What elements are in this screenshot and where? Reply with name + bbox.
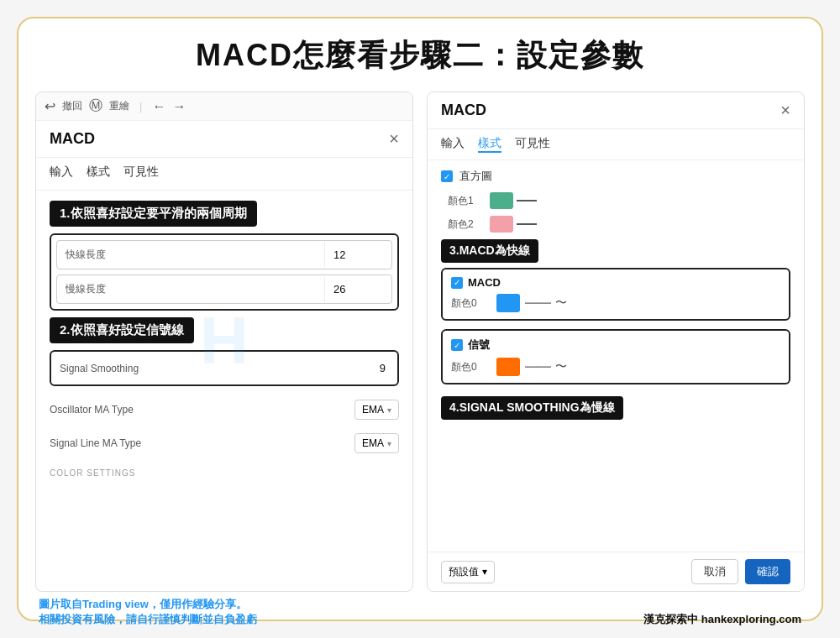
preset-select[interactable]: 預設值 ▾ — [441, 561, 495, 583]
right-panel-footer: 預設值 ▾ 取消 確認 — [428, 552, 804, 591]
footer-buttons: 取消 確認 — [691, 559, 790, 584]
signal-smoothing-value[interactable]: 9 — [373, 357, 392, 379]
slow-line-label: 慢線長度 — [57, 275, 324, 303]
right-panel: MACD × 輸入 樣式 可見性 ✓ 直方圖 顏色1 — [427, 92, 805, 592]
left-tab-input[interactable]: 輸入 — [50, 165, 73, 183]
histogram-row: ✓ 直方圖 — [441, 169, 790, 184]
right-tab-style[interactable]: 樣式 — [478, 136, 501, 153]
panel-toolbar: ↩ 撤回 Ⓜ 重繪 | ← → — [36, 92, 412, 121]
macd-color-label: 顏色0 — [451, 296, 491, 311]
left-panel-header: MACD × — [36, 121, 412, 158]
callout3: 3.MACD為快線 — [441, 239, 538, 263]
left-tab-style[interactable]: 樣式 — [87, 165, 110, 183]
main-title: MACD怎麼看步驟二：設定參數 — [35, 35, 805, 76]
oscillator-ma-row: Oscillator MA Type EMA ▾ — [50, 395, 399, 425]
redraw-icon[interactable]: Ⓜ — [89, 97, 102, 115]
signal-color-label: 顏色0 — [451, 360, 491, 374]
macd-header: ✓ MACD — [451, 276, 780, 289]
toolbar-label-redraw: 重繪 — [109, 99, 129, 113]
oscillator-ma-select[interactable]: EMA ▾ — [354, 400, 399, 420]
callout4: 4.SIGNAL SMOOTHING為慢線 — [441, 396, 623, 420]
color-settings-label: COLOR SETTINGS — [50, 465, 399, 481]
preset-arrow: ▾ — [482, 566, 487, 578]
slow-line-row: 慢線長度 26 — [56, 275, 392, 304]
left-tab-visibility[interactable]: 可見性 — [123, 165, 159, 183]
undo-icon[interactable]: ↩ — [45, 98, 55, 114]
histogram-checkbox[interactable]: ✓ — [441, 170, 453, 182]
color2-label: 顏色2 — [448, 217, 490, 232]
signal-color-row: 顏色0 —— 〜 — [451, 358, 780, 376]
callout2: 2.依照喜好設定信號線 — [50, 317, 194, 343]
macd-wave-icon[interactable]: 〜 — [555, 295, 567, 311]
left-panel-close[interactable]: × — [389, 129, 399, 149]
color2-row: 顏色2 — [441, 216, 790, 233]
signal-line-dash: —— — [525, 359, 550, 374]
right-panel-tabs: 輸入 樣式 可見性 — [428, 129, 804, 160]
period-inputs-box: 快線長度 12 慢線長度 26 — [50, 233, 399, 311]
color2-line — [517, 223, 537, 225]
macd-color-swatch[interactable] — [496, 294, 520, 312]
cancel-button[interactable]: 取消 — [691, 559, 738, 584]
bottom-text-area: 圖片取自Trading view，僅用作經驗分享。 相關投資有風險，請自行謹慎判… — [35, 592, 805, 627]
signal-indicator-box: ✓ 信號 顏色0 —— 〜 — [441, 329, 790, 384]
signal-checkbox[interactable]: ✓ — [451, 339, 463, 351]
right-panel-body: ✓ 直方圖 顏色1 顏色2 3.MACD為快線 — [428, 160, 804, 433]
outer-card: MACD怎麼看步驟二：設定參數 ↩ 撤回 Ⓜ 重繪 | ← → MACD × 輸… — [17, 17, 823, 621]
callout1: 1.依照喜好設定要平滑的兩個周期 — [50, 201, 257, 227]
oscillator-ma-value: EMA — [362, 404, 384, 416]
signal-header: ✓ 信號 — [451, 337, 780, 353]
toolbar-divider: | — [139, 100, 142, 112]
histogram-label: 直方圖 — [459, 169, 492, 184]
fast-line-label: 快線長度 — [57, 241, 324, 269]
color1-row: 顏色1 — [441, 192, 790, 209]
signal-line-ma-label: Signal Line MA Type — [50, 437, 354, 449]
bottom-right: 漢克探索中 hankexploring.com — [643, 612, 801, 627]
footer-left: 預設值 ▾ — [441, 561, 495, 583]
signal-name: 信號 — [468, 337, 490, 353]
signal-line-ma-arrow: ▾ — [387, 439, 391, 448]
bottom-left: 圖片取自Trading view，僅用作經驗分享。 相關投資有風險，請自行謹慎判… — [39, 597, 257, 627]
preset-label: 預設值 — [449, 565, 479, 579]
signal-color-swatch[interactable] — [496, 358, 520, 376]
left-panel: ↩ 撤回 Ⓜ 重繪 | ← → MACD × 輸入 樣式 可見性 H 1.依照喜… — [35, 92, 413, 592]
left-panel-title: MACD — [50, 130, 95, 148]
color1-swatch[interactable] — [490, 192, 513, 209]
oscillator-ma-label: Oscillator MA Type — [50, 404, 354, 416]
signal-smoothing-label: Signal Smoothing — [56, 358, 373, 379]
macd-name: MACD — [468, 276, 501, 289]
right-panel-title: MACD — [441, 102, 486, 119]
macd-checkbox[interactable]: ✓ — [451, 277, 463, 289]
signal-smoothing-box: Signal Smoothing 9 — [50, 350, 399, 386]
content-row: ↩ 撤回 Ⓜ 重繪 | ← → MACD × 輸入 樣式 可見性 H 1.依照喜… — [35, 92, 805, 592]
bottom-line1: 圖片取自Trading view，僅用作經驗分享。 — [39, 597, 257, 612]
slow-line-value[interactable]: 26 — [324, 276, 391, 302]
signal-smoothing-row: Signal Smoothing 9 — [56, 357, 392, 379]
color1-label: 顏色1 — [448, 194, 490, 208]
signal-line-ma-row: Signal Line MA Type EMA ▾ — [50, 428, 399, 458]
macd-line-dash: —— — [525, 295, 550, 311]
color1-line — [517, 200, 537, 201]
back-icon[interactable]: ← — [152, 99, 165, 114]
left-panel-body: H 1.依照喜好設定要平滑的兩個周期 快線長度 12 慢線長度 26 2.依照喜… — [36, 191, 412, 491]
fast-line-value[interactable]: 12 — [324, 242, 391, 268]
oscillator-ma-arrow: ▾ — [387, 405, 391, 415]
forward-icon[interactable]: → — [172, 99, 186, 114]
signal-wave-icon[interactable]: 〜 — [555, 359, 567, 374]
right-panel-close[interactable]: × — [780, 101, 790, 120]
signal-line-ma-value: EMA — [362, 437, 384, 449]
color2-swatch[interactable] — [490, 216, 513, 233]
right-tab-visibility[interactable]: 可見性 — [515, 136, 550, 153]
right-panel-header: MACD × — [428, 92, 804, 129]
left-panel-tabs: 輸入 樣式 可見性 — [36, 158, 412, 191]
bottom-line2: 相關投資有風險，請自行謹慎判斷並自負盈虧 — [39, 612, 257, 627]
macd-color-row: 顏色0 —— 〜 — [451, 294, 780, 312]
macd-indicator-box: ✓ MACD 顏色0 —— 〜 — [441, 268, 790, 321]
confirm-button[interactable]: 確認 — [745, 559, 790, 584]
fast-line-row: 快線長度 12 — [56, 240, 392, 269]
signal-line-ma-select[interactable]: EMA ▾ — [354, 433, 399, 453]
right-tab-input[interactable]: 輸入 — [441, 136, 465, 153]
toolbar-label-undo: 撤回 — [62, 99, 82, 113]
